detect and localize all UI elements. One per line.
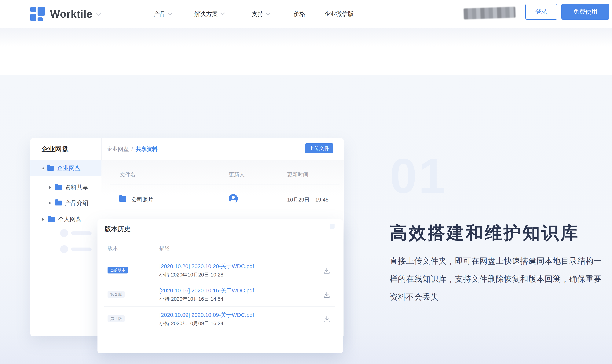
column-version: 版本 (108, 245, 118, 252)
feature-description: 直接上传文件夹，即可在网盘上快速搭建同本地目录结构一样的在线知识库，支持文件删除… (390, 252, 608, 306)
caret-collapsed-icon[interactable] (42, 218, 44, 221)
version-file-link[interactable]: [2020.10.16] 2020.10.16-关于WDC.pdf (159, 287, 254, 295)
version-badge: 第 2 版 (108, 291, 125, 298)
nav-item-products[interactable]: 产品 (154, 0, 172, 28)
worktile-logo-icon (30, 7, 45, 21)
tree-item-enterprise-drive[interactable]: 企业网盘 (30, 160, 101, 176)
download-icon[interactable] (323, 267, 331, 275)
version-file-link[interactable]: [2020.10.20] 2020.10.20-关于WDC.pdf (159, 263, 254, 270)
chevron-down-icon (266, 11, 270, 15)
file-name[interactable]: 公司照片 (131, 196, 153, 204)
top-navigation-bar: Worktile 产品 解决方案 支持 价格 企业微信版 登录 免费使用 (0, 0, 612, 28)
drive-main-header: 企业网盘 / 共享资料 上传文件 (101, 138, 344, 160)
caret-collapsed-icon[interactable] (49, 202, 51, 205)
header-gradient (0, 28, 612, 47)
divider (110, 184, 339, 184)
chevron-down-icon (96, 10, 101, 15)
nav-item-solutions[interactable]: 解决方案 (195, 0, 224, 28)
folder-icon (119, 196, 126, 202)
caret-collapsed-icon[interactable] (49, 186, 51, 189)
divider (104, 331, 335, 331)
nav-item-pricing[interactable]: 价格 (293, 0, 305, 28)
page: Worktile 产品 解决方案 支持 价格 企业微信版 登录 免费使用 01 … (0, 0, 612, 364)
user-avatar-icon (229, 194, 238, 203)
version-table-header: 版本 描述 (97, 237, 343, 258)
sidebar-header: 企业网盘 (30, 138, 101, 160)
tree-item-shared-files[interactable]: 资料共享 (30, 180, 101, 195)
phone-number-blurred (463, 7, 516, 19)
brand-name: Worktile (50, 8, 93, 20)
brand-logo[interactable]: Worktile (30, 0, 100, 28)
version-badge: 第 1 版 (108, 315, 125, 322)
tree-item-personal-drive[interactable]: 个人网盘 (30, 211, 101, 227)
download-icon[interactable] (323, 291, 331, 299)
version-file-link[interactable]: [2020.10.09] 2020.10.09-关于WDC.pdf (159, 311, 254, 319)
folder-icon (55, 201, 62, 206)
dialog-title: 版本历史 (105, 225, 130, 233)
drive-sidebar: 企业网盘 企业网盘 资料共享 产品介绍 个人网盘 (30, 138, 102, 336)
file-table-header: 文件名 更新人 更新时间 (101, 171, 344, 179)
divider (104, 306, 335, 307)
breadcrumb-separator: / (131, 146, 133, 152)
skeleton-row (30, 245, 101, 253)
version-history-dialog: 版本历史 版本 描述 当前版本 [2020.10.20] 2020.10.20-… (97, 219, 343, 353)
chevron-down-icon (168, 11, 172, 15)
version-history-header: 版本历史 (97, 219, 343, 237)
breadcrumb-parent[interactable]: 企业网盘 (107, 145, 129, 153)
chevron-down-icon (220, 11, 225, 15)
caret-expanded-icon[interactable] (42, 167, 44, 169)
dialog-corner-icon[interactable] (330, 224, 334, 229)
nav-item-support[interactable]: 支持 (252, 0, 270, 28)
breadcrumb-current: 共享资料 (136, 145, 158, 153)
signup-free-button[interactable]: 免费使用 (561, 4, 609, 20)
column-description: 描述 (159, 245, 170, 252)
file-updated-time: 10月29日19:45 (287, 196, 329, 203)
version-meta: 小特 2020年10月09日 16:24 (159, 320, 223, 327)
feature-title: 高效搭建和维护知识库 (390, 221, 579, 245)
skeleton-row (30, 229, 101, 237)
login-button[interactable]: 登录 (525, 4, 557, 20)
version-badge-current: 当前版本 (108, 267, 128, 273)
folder-icon (48, 217, 55, 222)
breadcrumb: 企业网盘 / 共享资料 (107, 138, 158, 160)
feature-index-watermark: 01 (390, 152, 447, 200)
folder-icon (55, 185, 62, 190)
file-row-company-photos[interactable]: 公司照片 10月29日19:45 (101, 188, 344, 209)
nav-item-wechat-work[interactable]: 企业微信版 (324, 0, 354, 28)
version-meta: 小特 2020年10月20日 10:28 (159, 271, 223, 278)
upload-file-button[interactable]: 上传文件 (305, 143, 334, 153)
version-row-1: 第 1 版 [2020.10.09] 2020.10.09-关于WDC.pdf … (97, 307, 343, 331)
column-update-time: 更新时间 (287, 171, 308, 178)
folder-icon (47, 166, 54, 171)
column-filename: 文件名 (120, 171, 136, 178)
column-updated-by: 更新人 (229, 171, 245, 178)
download-icon[interactable] (323, 315, 331, 324)
tree-item-product-intro[interactable]: 产品介绍 (30, 195, 101, 211)
skeleton-circle (60, 229, 68, 237)
sidebar-title: 企业网盘 (41, 144, 69, 154)
version-row-current: 当前版本 [2020.10.20] 2020.10.20-关于WDC.pdf 小… (97, 258, 343, 282)
skeleton-bar (71, 232, 92, 235)
skeleton-bar (71, 247, 92, 251)
version-row-2: 第 2 版 [2020.10.16] 2020.10.16-关于WDC.pdf … (97, 282, 343, 307)
skeleton-circle (60, 245, 68, 253)
version-meta: 小特 2020年10月16日 14:54 (159, 296, 223, 302)
